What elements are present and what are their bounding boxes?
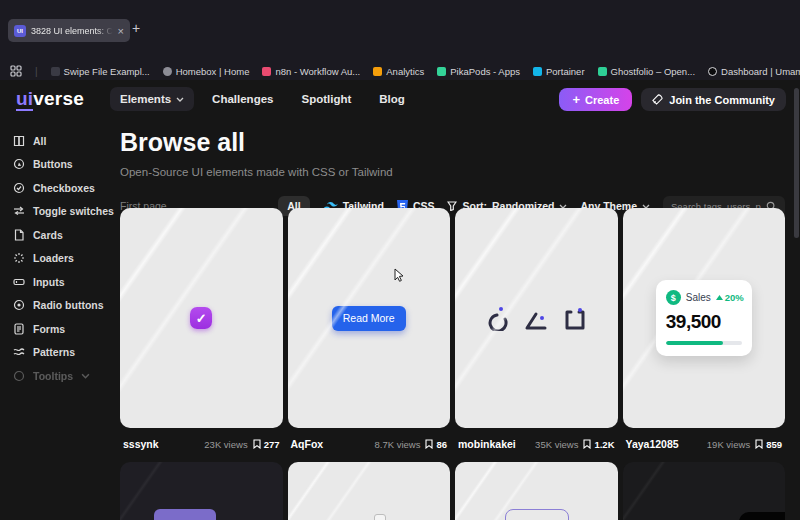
bookmark-item[interactable]: n8n - Workflow Au... [262, 66, 360, 77]
element-preview-button[interactable]: Read More [288, 208, 451, 428]
bookmark-item[interactable]: PikaPods - Apps [437, 66, 520, 77]
tab-title: 3828 UI elements: CSS & Tai [31, 26, 113, 36]
card-saves[interactable]: 859 [755, 439, 782, 450]
bookmark-item[interactable]: Dashboard | Umami [708, 66, 800, 77]
element-preview[interactable] [623, 462, 786, 520]
logo-verse: verse [33, 88, 84, 109]
nav-challenges[interactable]: Challenges [202, 87, 283, 111]
stat-delta: 20% [716, 292, 744, 303]
card-author[interactable]: mobinkakei [458, 438, 516, 450]
sidebar-item-tooltips[interactable]: Tooltips [13, 369, 115, 382]
up-arrow-icon [716, 295, 723, 300]
element-preview[interactable] [455, 462, 618, 520]
nav-blog[interactable]: Blog [369, 87, 415, 111]
sidebar-item-inputs[interactable]: Inputs [13, 275, 115, 288]
sidebar-item-radio-buttons[interactable]: Radio buttons [13, 299, 115, 312]
create-button[interactable]: + Create [559, 88, 632, 111]
elements-grid: ✓ sssynk 23K views 277 Read More [120, 208, 785, 520]
bookmarks-bar: | Swipe File Exampl... Homebox | Home n8… [0, 62, 800, 80]
demo-checkbox: ✓ [190, 307, 212, 329]
element-card[interactable] [623, 456, 786, 520]
element-card[interactable] [455, 456, 618, 520]
browser-tab[interactable]: UI 3828 UI elements: CSS & Tai × [8, 19, 130, 42]
card-icon [13, 229, 25, 241]
bookmark-item[interactable]: Analytics [373, 66, 424, 77]
card-saves[interactable]: 277 [253, 439, 280, 450]
bookmark-item[interactable]: Swipe File Exampl... [51, 66, 150, 77]
page-scrollbar[interactable] [794, 88, 799, 238]
card-views: 8.7K views [374, 439, 420, 450]
category-sidebar: All Buttons Checkboxes Toggle switches C… [0, 118, 115, 520]
bookmark-icon [425, 439, 433, 449]
element-preview[interactable] [120, 462, 283, 520]
chevron-down-icon [176, 97, 184, 102]
element-card[interactable]: $ Sales 20% 39,500 Yaya12085 [623, 208, 786, 456]
card-author[interactable]: AqFox [291, 438, 324, 450]
site-nav: Elements Challenges Spotlight Blog [110, 87, 415, 111]
pattern-icon [13, 346, 25, 358]
bookmark-item[interactable]: Portainer [533, 66, 585, 77]
bookmark-favicon [373, 67, 382, 76]
main-content: Browse all Open-Source UI elements made … [120, 118, 785, 520]
element-card[interactable]: Read More AqFox 8.7K views 86 [288, 208, 451, 456]
sidebar-item-cards[interactable]: Cards [13, 228, 115, 241]
page-subtitle: Open-Source UI elements made with CSS or… [120, 166, 785, 178]
book-icon [13, 135, 25, 147]
element-preview[interactable] [288, 462, 451, 520]
new-tab-button[interactable]: + [132, 20, 140, 36]
card-saves[interactable]: 1.2K [583, 439, 614, 450]
bookmark-item[interactable]: Ghostfolio – Open... [598, 66, 696, 77]
element-card[interactable]: mobinkakei 35K views 1.2K [455, 208, 618, 456]
page-title: Browse all [120, 128, 785, 157]
stat-progress-track [666, 341, 742, 345]
chevron-down-icon [81, 373, 90, 379]
element-card[interactable] [288, 456, 451, 520]
bookmark-favicon [262, 67, 271, 76]
tooltip-icon [13, 370, 25, 382]
demo-loaders [485, 305, 587, 331]
bookmark-favicon [708, 67, 717, 76]
uiverse-favicon-icon: UI [14, 25, 26, 37]
element-preview-stat-card[interactable]: $ Sales 20% 39,500 [623, 208, 786, 428]
demo-checkbox [374, 514, 386, 520]
sidebar-item-loaders[interactable]: Loaders [13, 252, 115, 265]
toggle-icon [13, 205, 25, 217]
tab-close-icon[interactable]: × [118, 25, 124, 37]
card-author[interactable]: sssynk [123, 438, 159, 450]
bookmark-icon [583, 439, 591, 449]
bookmarks-divider: | [35, 66, 38, 77]
sidebar-item-patterns[interactable]: Patterns [13, 346, 115, 359]
card-author[interactable]: Yaya12085 [626, 438, 679, 450]
button-icon [13, 158, 25, 170]
nav-elements[interactable]: Elements [110, 87, 194, 111]
all-bookmarks-icon[interactable] [10, 65, 22, 77]
sidebar-item-toggle-switches[interactable]: Toggle switches [13, 205, 115, 218]
loader-icon [13, 252, 25, 264]
nav-spotlight[interactable]: Spotlight [291, 87, 361, 111]
demo-read-more-button: Read More [332, 306, 406, 331]
checkbox-icon [13, 182, 25, 194]
join-community-button[interactable]: Join the Community [641, 88, 786, 111]
sidebar-item-checkboxes[interactable]: Checkboxes [13, 181, 115, 194]
mouse-cursor-icon [393, 268, 406, 282]
bookmark-favicon [598, 67, 607, 76]
demo-button [739, 512, 786, 520]
sidebar-item-buttons[interactable]: Buttons [13, 158, 115, 171]
element-card[interactable]: ✓ sssynk 23K views 277 [120, 208, 283, 456]
bookmark-favicon [51, 67, 60, 76]
element-preview-checkbox[interactable]: ✓ [120, 208, 283, 428]
element-preview-loaders[interactable] [455, 208, 618, 428]
sidebar-item-forms[interactable]: Forms [13, 322, 115, 335]
element-card[interactable] [120, 456, 283, 520]
bookmark-item[interactable]: Homebox | Home [163, 66, 250, 77]
sidebar-item-all[interactable]: All [13, 134, 115, 147]
card-saves[interactable]: 86 [425, 439, 447, 450]
stat-value: 39,500 [666, 311, 742, 333]
radio-icon [13, 299, 25, 311]
card-views: 35K views [535, 439, 578, 450]
logo-ui: ui [16, 88, 33, 111]
demo-input [505, 509, 569, 520]
card-views: 19K views [707, 439, 750, 450]
uiverse-logo[interactable]: uiverse [16, 88, 84, 110]
card-views: 23K views [204, 439, 247, 450]
